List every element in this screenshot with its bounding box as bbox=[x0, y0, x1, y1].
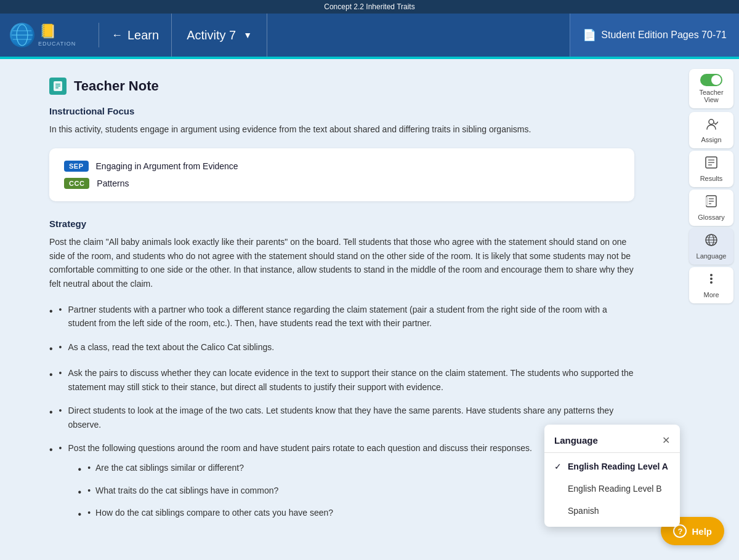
lang-close-button[interactable]: ✕ bbox=[662, 434, 670, 446]
sub-bullet-list: • Are the cat siblings similar or differ… bbox=[78, 461, 532, 522]
ccc-badge: CCC bbox=[64, 178, 89, 189]
teacher-view-toggle[interactable]: Teacher View bbox=[689, 69, 733, 108]
student-edition-button[interactable]: 📄 Student Edition Pages 70-71 bbox=[570, 14, 739, 57]
document-icon: 📄 bbox=[583, 28, 596, 42]
results-button[interactable]: Results bbox=[689, 151, 733, 187]
sep-row: SEP Engaging in Argument from Evidence bbox=[64, 161, 620, 172]
svg-rect-8 bbox=[55, 87, 59, 89]
glossary-button[interactable]: Glossary bbox=[689, 190, 733, 226]
list-item: • What traits do the cat siblings have i… bbox=[78, 484, 532, 500]
student-edition-label: Student Edition Pages 70-71 bbox=[601, 30, 727, 41]
svg-point-9 bbox=[709, 119, 714, 124]
toggle-thumb bbox=[711, 75, 721, 85]
lang-dropdown-title: Language bbox=[554, 435, 598, 446]
help-label: Help bbox=[692, 526, 712, 537]
language-label: Language bbox=[697, 252, 727, 260]
results-icon bbox=[705, 156, 718, 172]
strategy-text: Post the claim "All baby animals look ex… bbox=[49, 235, 634, 290]
glossary-icon bbox=[705, 194, 718, 211]
language-icon bbox=[705, 233, 718, 250]
bullet-icon: • bbox=[59, 340, 62, 354]
language-button[interactable]: Language bbox=[689, 228, 733, 265]
lang-option-spanish[interactable]: ✓ Spanish bbox=[544, 500, 680, 522]
right-sidebar: Teacher View Assign bbox=[684, 59, 739, 560]
logo-d: 📒 bbox=[39, 23, 76, 39]
lang-header: Language ✕ bbox=[544, 430, 680, 453]
nav-bar: 📒 EDUCATION ← Learn Activity 7 ▼ 📄 Stude… bbox=[0, 14, 739, 57]
check-icon: ✓ bbox=[554, 506, 562, 516]
teacher-note-icon bbox=[49, 78, 67, 95]
back-arrow-icon: ← bbox=[111, 29, 123, 42]
assign-icon bbox=[705, 117, 718, 134]
svg-point-24 bbox=[710, 274, 713, 276]
assign-button[interactable]: Assign bbox=[689, 112, 733, 148]
concept-title: Concept 2.2 Inherited Traits bbox=[324, 2, 414, 11]
teacher-note-header: Teacher Note bbox=[49, 78, 634, 95]
ccc-row: CCC Patterns bbox=[64, 178, 620, 189]
instructional-focus-heading: Instructional Focus bbox=[49, 106, 634, 116]
activity-label: Activity 7 bbox=[187, 28, 236, 42]
svg-rect-7 bbox=[55, 86, 60, 87]
bullet-icon: • bbox=[59, 366, 62, 380]
list-item: • Ask the pairs to discuss whether they … bbox=[49, 366, 634, 394]
instructional-focus-text: In this activity, students engage in arg… bbox=[49, 122, 634, 136]
glossary-label: Glossary bbox=[698, 214, 724, 221]
logo-text: EDUCATION bbox=[38, 41, 76, 47]
ccc-text: Patterns bbox=[97, 178, 129, 188]
svg-point-25 bbox=[710, 278, 713, 280]
toggle-track bbox=[700, 74, 722, 86]
list-item: • How do the cat siblings compare to oth… bbox=[78, 506, 532, 522]
check-icon: ✓ bbox=[554, 484, 562, 494]
teacher-view-label: Teacher View bbox=[692, 89, 731, 103]
more-icon bbox=[705, 272, 718, 289]
lang-option-label: English Reading Level B bbox=[568, 484, 662, 494]
list-item: • Are the cat siblings similar or differ… bbox=[78, 461, 532, 478]
teacher-note-title: Teacher Note bbox=[74, 78, 159, 94]
bullet-icon: • bbox=[59, 404, 62, 417]
list-item: • As a class, read the text about the Ca… bbox=[49, 340, 634, 357]
list-item: • Partner students with a partner who to… bbox=[49, 303, 634, 330]
nav-learn-button[interactable]: ← Learn bbox=[99, 28, 171, 42]
svg-rect-18 bbox=[706, 197, 708, 206]
lang-option-label: English Reading Level A bbox=[568, 462, 668, 471]
sep-text: Engaging in Argument from Evidence bbox=[96, 161, 238, 171]
lang-option-english-a[interactable]: ✓ English Reading Level A bbox=[544, 455, 680, 478]
bullet-icon: • bbox=[87, 461, 91, 474]
lang-option-english-b[interactable]: ✓ English Reading Level B bbox=[544, 478, 680, 500]
nav-logo: 📒 EDUCATION bbox=[0, 23, 99, 47]
check-icon: ✓ bbox=[554, 462, 562, 471]
chevron-down-icon: ▼ bbox=[243, 30, 252, 40]
bullet-icon: • bbox=[87, 506, 91, 519]
learn-label: Learn bbox=[127, 28, 159, 42]
top-bar: Concept 2.2 Inherited Traits bbox=[0, 0, 739, 14]
assign-label: Assign bbox=[701, 136, 721, 143]
nav-activity-button[interactable]: Activity 7 ▼ bbox=[171, 14, 267, 57]
language-dropdown: Language ✕ ✓ English Reading Level A ✓ E… bbox=[544, 425, 680, 527]
sep-badge: SEP bbox=[64, 161, 89, 172]
strategy-heading: Strategy bbox=[49, 218, 634, 229]
sep-ccc-card: SEP Engaging in Argument from Evidence C… bbox=[49, 148, 634, 201]
globe-icon bbox=[10, 23, 34, 47]
svg-rect-6 bbox=[55, 84, 60, 85]
bullet-icon: • bbox=[59, 441, 62, 455]
more-button[interactable]: More bbox=[689, 267, 733, 303]
more-label: More bbox=[703, 291, 719, 298]
svg-point-26 bbox=[710, 281, 713, 284]
lang-option-label: Spanish bbox=[568, 506, 599, 516]
results-label: Results bbox=[700, 175, 723, 182]
bullet-icon: • bbox=[87, 484, 91, 497]
bullet-icon: • bbox=[59, 303, 62, 316]
